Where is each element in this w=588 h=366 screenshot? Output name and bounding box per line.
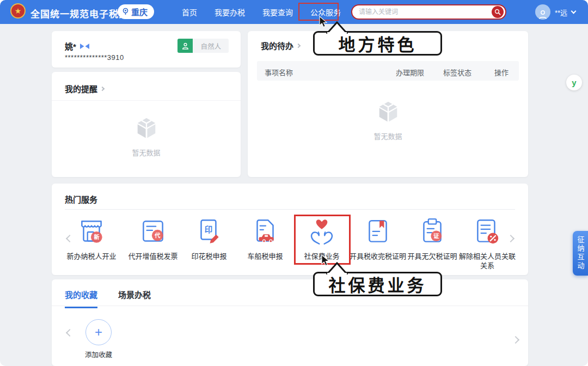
tax-paid-cert-icon	[363, 217, 393, 247]
todos-empty-state: 暂无数据	[248, 99, 528, 141]
invoice-icon: 代	[138, 217, 168, 247]
chevron-right-icon	[100, 86, 105, 90]
service-label: 车船税申报	[235, 252, 295, 261]
column-deadline: 办理期限	[388, 67, 432, 77]
no-arrears-cert-icon: 证	[418, 217, 447, 247]
mouse-cursor-icon	[318, 16, 328, 28]
reminders-title: 我的提醒	[65, 83, 97, 94]
service-vehicle-tax[interactable]: 车船税申报	[235, 217, 295, 261]
svg-text:代: 代	[154, 232, 161, 239]
location-selector[interactable]: 重庆	[118, 4, 154, 19]
person-badge-icon	[181, 42, 189, 50]
column-tag-status: 标签状态	[436, 67, 479, 77]
service-callout-text: 社保费业务	[329, 272, 427, 296]
tax-interaction-tab[interactable]: 征纳互动	[573, 231, 588, 276]
avatar	[535, 4, 550, 20]
reminders-title-row[interactable]: 我的提醒	[65, 83, 104, 94]
mouse-cursor-icon	[321, 254, 330, 266]
svg-text:印: 印	[205, 225, 213, 234]
service-label: 代开增值税发票	[123, 252, 183, 261]
svg-text:新: 新	[94, 234, 100, 240]
page: ★ 全国统一规范电子税务局 重庆 首页 我要办税 我要查询 公众服务 地方特色	[0, 0, 588, 366]
masked-id: **************3910	[65, 53, 124, 62]
column-actions: 操作	[485, 67, 518, 77]
plus-icon: +	[95, 326, 102, 339]
svg-text:证: 证	[433, 233, 439, 239]
add-favorite-button[interactable]: +	[85, 319, 112, 345]
add-favorite-label: 添加收藏	[71, 349, 126, 359]
search-icon	[494, 9, 501, 15]
stamp-tax-icon: 印	[194, 217, 224, 247]
search-bar[interactable]	[351, 4, 506, 20]
reminders-card: 我的提醒 暂无数据	[52, 72, 241, 177]
user-menu[interactable]: **远	[535, 0, 575, 24]
favorites-prev-button[interactable]	[66, 329, 74, 337]
empty-text: 暂无数据	[248, 131, 528, 141]
service-callout-bubble: 社保费业务	[313, 272, 442, 296]
divider	[52, 100, 241, 101]
nav-tax-query[interactable]: 我要查询	[254, 0, 302, 24]
empty-box-icon	[376, 99, 401, 124]
national-emblem-logo: ★	[10, 3, 26, 19]
user-display-name: 姚*	[65, 40, 76, 52]
taxpayer-type-badge: 自然人	[177, 39, 229, 53]
service-tax-paid-certificate[interactable]: 开具税收完税证明	[348, 217, 408, 261]
service-label: 解除相关人员关联关系	[457, 252, 517, 270]
top-nav-bar: ★ 全国统一规范电子税务局 重庆 首页 我要办税 我要查询 公众服务 地方特色	[0, 0, 588, 24]
nav-callout-bubble: 地方特色	[313, 31, 442, 56]
chevron-down-icon	[571, 9, 577, 14]
search-button[interactable]	[492, 6, 504, 18]
favorites-next-button[interactable]	[512, 336, 519, 344]
user-name: **远	[555, 7, 567, 17]
column-item-name: 事项名称	[265, 67, 293, 77]
vehicle-tax-icon	[250, 217, 280, 247]
unlink-icon	[473, 217, 502, 247]
nav-home[interactable]: 首页	[173, 0, 206, 24]
divider	[65, 209, 515, 210]
storefront-icon: 新	[77, 217, 106, 247]
bowtie-icon	[80, 44, 89, 49]
todos-title-row[interactable]: 我的待办	[261, 40, 300, 51]
nav-callout-text: 地方特色	[339, 31, 417, 56]
taxpayer-type-label: 自然人	[193, 39, 229, 53]
service-label: 开具税收完税证明	[348, 252, 408, 261]
location-pin-icon	[122, 8, 129, 16]
star-icon: ★	[15, 7, 22, 15]
service-remove-personnel-association[interactable]: 解除相关人员关联关系	[457, 217, 517, 270]
service-label: 印花税申报	[179, 252, 239, 261]
divider	[52, 306, 528, 306]
favorites-card: 我的收藏 场景办税 + 添加收藏	[52, 279, 528, 366]
hot-services-card: 热门服务 新 新办纳税人开业	[52, 184, 528, 275]
assistant-logo-icon: y	[572, 78, 576, 87]
search-input[interactable]	[359, 8, 492, 16]
location-label: 重庆	[131, 6, 148, 17]
hot-services-title: 热门服务	[65, 193, 97, 205]
service-new-taxpayer[interactable]: 新 新办纳税人开业	[62, 217, 121, 261]
empty-box-icon	[134, 115, 159, 141]
nav-tax-handling[interactable]: 我要办税	[206, 0, 254, 24]
service-no-arrears-certificate[interactable]: 证 开具无欠税证明	[402, 217, 462, 261]
profile-card: 姚* **************3910 自然人	[52, 31, 241, 68]
service-label: 新办纳税人开业	[62, 252, 121, 261]
empty-text: 暂无数据	[52, 147, 241, 157]
assistant-chat-button[interactable]: y	[566, 75, 582, 90]
reminders-empty-state: 暂无数据	[52, 115, 241, 157]
service-stamp-tax[interactable]: 印 印花税申报	[179, 217, 239, 261]
todos-title: 我的待办	[261, 40, 293, 51]
chevron-right-icon	[296, 43, 301, 47]
person-icon	[537, 9, 548, 20]
service-label: 开具无欠税证明	[402, 252, 462, 261]
service-vat-invoice[interactable]: 代 代开增值税发票	[123, 217, 183, 261]
